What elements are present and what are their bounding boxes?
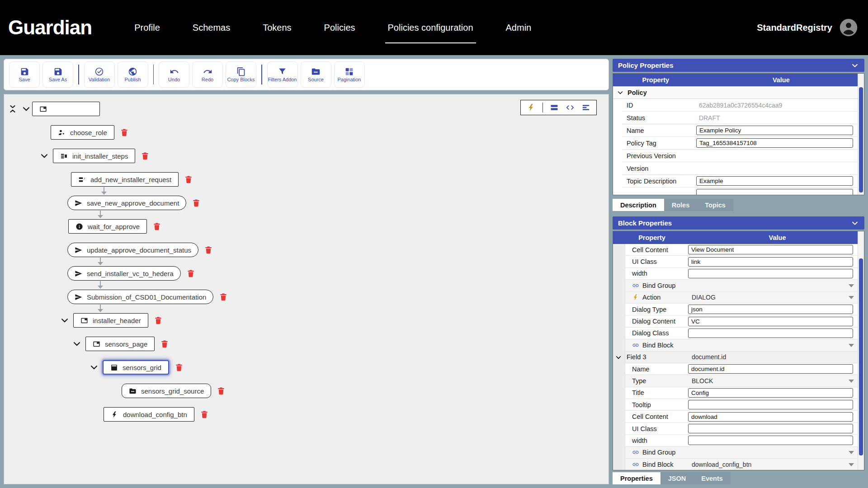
dialog-class-input[interactable] (688, 328, 853, 338)
topic-description-input[interactable] (696, 176, 853, 186)
block-root[interactable] (32, 102, 100, 116)
copy-blocks-button[interactable]: Copy Blocks (226, 61, 256, 88)
block-download-config-btn[interactable]: download_config_btn (104, 407, 194, 422)
validation-button[interactable]: Validation (84, 61, 115, 88)
nav-item-schemas[interactable]: Schemas (176, 0, 246, 55)
dropdown-caret-icon[interactable] (849, 463, 854, 466)
tab-roles[interactable]: Roles (664, 199, 698, 211)
block-sensors-grid-source[interactable]: sensors_grid_source (122, 384, 211, 398)
delete-block-button[interactable] (175, 362, 184, 372)
property-row[interactable]: Bind Block (613, 339, 864, 351)
nav-item-policies[interactable]: Policies (308, 0, 372, 55)
property-row[interactable]: TypeBLOCK (613, 375, 864, 387)
policy-table-scrollbar[interactable] (858, 74, 864, 195)
policy-tag-input[interactable] (696, 138, 853, 148)
block-init-installer-steps[interactable]: init_installer_steps (53, 149, 135, 163)
delete-block-button[interactable] (152, 221, 161, 231)
block-save-new-approve-document[interactable]: save_new_approve_document (67, 196, 186, 210)
bolt-button[interactable] (527, 103, 536, 112)
title-input[interactable] (688, 388, 853, 398)
trash-icon (186, 268, 195, 278)
field-input[interactable] (696, 189, 853, 195)
tab-description[interactable]: Description (613, 199, 664, 211)
policy-properties-header[interactable]: Policy Properties (613, 59, 864, 72)
name-input[interactable] (688, 364, 853, 374)
property-group-row[interactable]: Field 3document.id (613, 352, 864, 363)
code-button[interactable] (566, 103, 575, 112)
redo-button[interactable]: Redo (192, 61, 223, 88)
delete-block-button[interactable] (204, 245, 213, 255)
chevron-down-icon[interactable] (89, 362, 99, 372)
block-add-new-installer-request[interactable]: add_new_installer_request (71, 172, 179, 187)
pagination-button[interactable]: Pagination (334, 61, 365, 88)
chevron-down-icon[interactable] (615, 354, 622, 361)
nav-item-policies-configuration[interactable]: Policies configuration (372, 0, 490, 55)
dropdown-caret-icon[interactable] (849, 296, 854, 299)
delete-block-button[interactable] (217, 386, 226, 396)
delete-block-button[interactable] (184, 174, 193, 184)
column-property: Property (613, 234, 691, 241)
send-icon (75, 199, 82, 207)
property-row[interactable]: Bind Blockdownload_config_btn (613, 459, 864, 470)
ui-class-input[interactable] (688, 257, 853, 267)
delete-block-button[interactable] (154, 315, 163, 325)
chevron-down-icon[interactable] (72, 339, 82, 349)
property-row[interactable]: ActionDIALOG (613, 292, 864, 304)
property-row[interactable]: Bind Group (613, 447, 864, 459)
block-submission-of-csd01-documentation[interactable]: Submission_of_CSD01_Documentation (67, 290, 213, 304)
tree-view-button[interactable] (581, 103, 590, 112)
tab-properties[interactable]: Properties (613, 472, 660, 484)
publish-button[interactable]: Publish (118, 61, 148, 88)
blocks-view-button[interactable] (550, 103, 559, 112)
block-send-installer-vc-to-hedera[interactable]: send_installer_vc_to_hedera (67, 266, 181, 281)
collapse-all-icon[interactable] (8, 104, 18, 114)
property-row: Tooltip (613, 399, 864, 411)
dropdown-caret-icon[interactable] (849, 380, 854, 383)
dialog-content-input[interactable] (688, 317, 853, 326)
delete-block-button[interactable] (219, 292, 228, 302)
nav-item-tokens[interactable]: Tokens (246, 0, 307, 55)
block-properties-header[interactable]: Block Properties (613, 216, 864, 230)
dropdown-caret-icon[interactable] (849, 451, 854, 454)
property-label: Cell Content (625, 246, 687, 253)
property-row[interactable]: Bind Group (613, 280, 864, 291)
block-installer-header[interactable]: installer_header (73, 313, 148, 328)
width-input[interactable] (688, 269, 853, 278)
delete-block-button[interactable] (192, 198, 201, 208)
tooltip-input[interactable] (688, 400, 853, 409)
name-input[interactable] (696, 126, 853, 135)
cell-content-input[interactable] (688, 412, 853, 422)
tab-events[interactable]: Events (693, 472, 731, 484)
avatar-icon[interactable] (839, 18, 858, 37)
nav-item-profile[interactable]: Profile (118, 0, 176, 55)
chevron-down-icon[interactable] (60, 315, 70, 325)
delete-block-button[interactable] (200, 409, 209, 419)
block-choose-role[interactable]: choose_role (51, 125, 114, 140)
cell-content-input[interactable] (688, 245, 853, 254)
delete-block-button[interactable] (160, 339, 169, 349)
dropdown-caret-icon[interactable] (849, 344, 854, 347)
block-table-scrollbar[interactable] (858, 231, 864, 470)
width-input[interactable] (688, 436, 853, 445)
block-sensors-grid[interactable]: sensors_grid (103, 360, 169, 375)
chevron-down-icon[interactable] (39, 151, 49, 161)
delete-block-button[interactable] (120, 127, 129, 137)
undo-button[interactable]: Undo (159, 61, 189, 88)
delete-block-button[interactable] (141, 151, 150, 161)
nav-item-admin[interactable]: Admin (490, 0, 548, 55)
chevron-down-icon[interactable] (21, 104, 31, 114)
save-as-button[interactable]: Save As (42, 61, 73, 88)
tab-topics[interactable]: Topics (697, 199, 733, 211)
block-sensors-page[interactable]: sensors_page (85, 337, 155, 351)
delete-block-button[interactable] (186, 268, 195, 278)
filters-addon-button[interactable]: Filters Addon (267, 61, 298, 88)
save-button[interactable]: Save (9, 61, 40, 88)
dropdown-caret-icon[interactable] (849, 284, 854, 287)
policy-group-row[interactable]: Policy (613, 86, 864, 99)
block-update-approve-document-status[interactable]: update_approve_document_status (67, 243, 198, 257)
dialog-type-input[interactable] (688, 305, 853, 314)
tab-json[interactable]: JSON (660, 472, 694, 484)
ui-class-input[interactable] (688, 424, 853, 433)
block-wait-for-approve[interactable]: wait_for_approve (68, 219, 147, 234)
source-button[interactable]: Source (301, 61, 331, 88)
